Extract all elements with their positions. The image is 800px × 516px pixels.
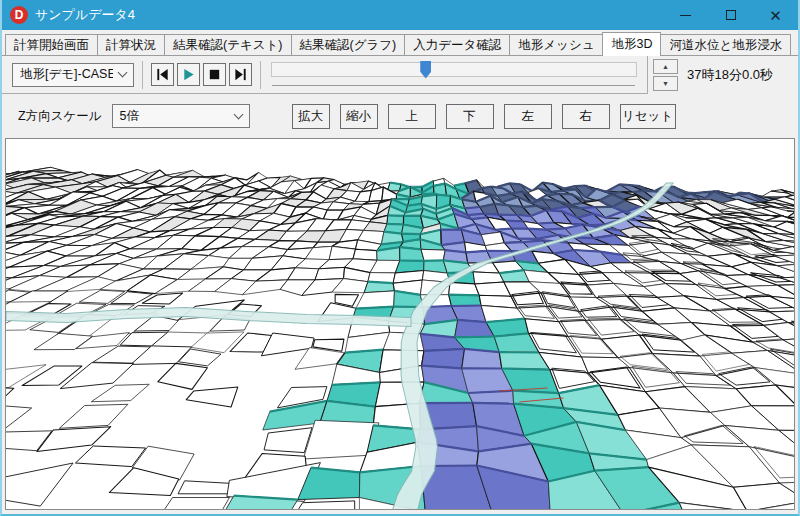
tab-results-text[interactable]: 結果確認(テキスト): [164, 34, 292, 55]
tab-terrain-3d[interactable]: 地形3D: [602, 32, 661, 56]
playback-panel: 地形[デモ]-CASE[10: [2, 56, 648, 94]
view-toolbar: Z方向スケール 5倍 拡大 縮小 上 下 左 右 リセット: [2, 94, 798, 138]
maximize-button[interactable]: [708, 0, 753, 30]
time-controls: ▲ ▼ 37時18分0.0秒: [648, 56, 773, 94]
chevron-down-icon: [118, 68, 128, 78]
playback-buttons: [151, 63, 252, 86]
app-window: D サンプルデータ4 ✕ 計算開始画面 計算状況 結果確認(テキスト) 結果確認…: [0, 0, 800, 516]
time-label: 37時18分0.0秒: [687, 66, 773, 84]
play-button[interactable]: [177, 63, 200, 86]
tab-river-flood[interactable]: 河道水位と地形浸水: [660, 34, 791, 55]
toolbar-separator: [260, 61, 261, 89]
zscale-select[interactable]: 5倍: [112, 104, 250, 128]
case-select[interactable]: 地形[デモ]-CASE[10: [12, 63, 134, 87]
playback-toolbar: 地形[デモ]-CASE[10: [2, 56, 798, 94]
chevron-down-icon: [233, 109, 243, 119]
terrain-3d-view[interactable]: [5, 138, 795, 510]
case-select-value: 地形[デモ]-CASE[10: [20, 66, 113, 83]
pan-up-button[interactable]: 上: [388, 104, 436, 129]
toolbar-separator: [142, 61, 143, 89]
tab-calc-start[interactable]: 計算開始画面: [5, 34, 98, 55]
zoom-out-button[interactable]: 縮小: [340, 104, 378, 129]
maximize-icon: [726, 10, 736, 20]
app-icon: D: [10, 6, 28, 24]
window-title: サンプルデータ4: [35, 6, 135, 24]
reset-view-button[interactable]: リセット: [620, 104, 676, 129]
timeline-slider[interactable]: [269, 60, 641, 90]
skip-to-start-icon: [155, 67, 170, 82]
tab-input-data[interactable]: 入力データ確認: [404, 34, 510, 55]
zscale-value: 5倍: [120, 108, 139, 125]
tab-strip: 計算開始画面 計算状況 結果確認(テキスト) 結果確認(グラフ) 入力データ確認…: [2, 30, 798, 56]
skip-to-start-button[interactable]: [151, 63, 174, 86]
slider-baseline: [272, 85, 635, 86]
window-controls: ✕: [663, 0, 798, 30]
spinner-up-button[interactable]: ▲: [653, 59, 678, 74]
stop-button[interactable]: [203, 63, 226, 86]
slider-groove[interactable]: [271, 62, 637, 77]
minimize-icon: [680, 15, 691, 16]
tab-results-graph[interactable]: 結果確認(グラフ): [291, 34, 406, 55]
skip-to-end-icon: [233, 67, 248, 82]
terrain-3d-canvas: [6, 139, 794, 509]
zscale-label: Z方向スケール: [18, 108, 102, 125]
pan-down-button[interactable]: 下: [446, 104, 494, 129]
spinner-down-button[interactable]: ▼: [653, 76, 678, 91]
time-spinner: ▲ ▼: [653, 59, 678, 91]
close-button[interactable]: ✕: [753, 0, 798, 30]
titlebar: D サンプルデータ4 ✕: [2, 0, 798, 30]
tab-terrain-mesh[interactable]: 地形メッシュ: [509, 34, 603, 55]
play-icon: [181, 67, 196, 82]
pan-left-button[interactable]: 左: [504, 104, 552, 129]
zoom-in-button[interactable]: 拡大: [292, 104, 330, 129]
close-icon: ✕: [769, 8, 782, 23]
pan-right-button[interactable]: 右: [562, 104, 610, 129]
minimize-button[interactable]: [663, 0, 708, 30]
stop-icon: [207, 67, 222, 82]
skip-to-end-button[interactable]: [229, 63, 252, 86]
tab-calc-status[interactable]: 計算状況: [97, 34, 165, 55]
